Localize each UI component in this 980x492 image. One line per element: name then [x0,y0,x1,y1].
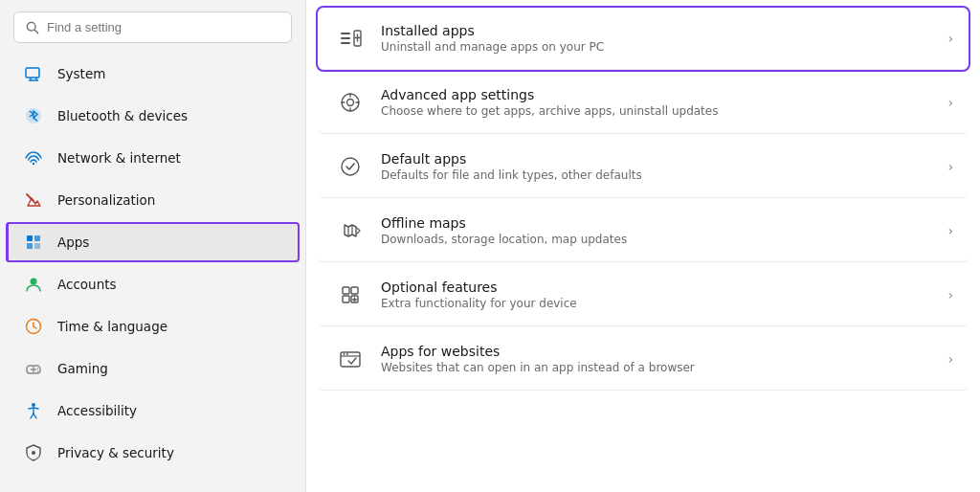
default-apps-desc: Defaults for file and link types, other … [381,168,940,182]
sidebar-item-personalization[interactable]: Personalization [6,180,300,220]
sidebar-item-label: Privacy & security [57,445,174,460]
advanced-app-text: Advanced app settings Choose where to ge… [381,87,940,118]
sidebar-item-bluetooth[interactable]: Bluetooth & devices [6,96,300,136]
svg-rect-11 [27,243,33,249]
sidebar-item-label: System [57,66,105,81]
optional-features-item[interactable]: Optional features Extra functionality fo… [318,264,969,326]
sidebar-item-accounts[interactable]: Accounts [6,264,300,304]
apps-icon [23,232,44,253]
chevron-right-icon: › [947,159,953,174]
apps-for-websites-item[interactable]: Apps for websites Websites that can open… [318,328,969,391]
search-box[interactable] [13,11,292,43]
svg-rect-25 [341,37,350,39]
svg-rect-26 [341,42,350,44]
sidebar-item-label: Accounts [57,277,117,292]
search-input[interactable] [47,20,279,34]
sidebar-item-label: Bluetooth & devices [57,108,188,123]
svg-rect-12 [34,243,40,249]
bluetooth-icon [23,105,44,126]
installed-apps-icon [333,21,368,56]
search-icon [26,21,39,34]
chevron-right-icon: › [947,223,953,238]
svg-point-46 [344,353,345,355]
system-icon [23,63,44,84]
advanced-app-desc: Choose where to get apps, archive apps, … [381,104,940,118]
default-apps-icon [333,149,368,184]
apps-for-websites-text: Apps for websites Websites that can open… [381,344,940,374]
optional-features-title: Optional features [381,280,940,295]
privacy-icon [23,442,44,463]
svg-rect-39 [343,287,349,294]
svg-point-13 [31,279,37,285]
svg-point-36 [342,158,359,175]
sidebar-item-time[interactable]: Time & language [6,306,300,347]
optional-features-text: Optional features Extra functionality fo… [381,280,940,310]
installed-apps-title: Installed apps [381,23,940,38]
main-content: Installed apps Uninstall and manage apps… [306,0,980,492]
chevron-right-icon: › [947,287,953,302]
chevron-right-icon: › [947,95,953,110]
chevron-right-icon: › [947,31,953,46]
svg-point-22 [32,403,35,407]
sidebar-item-label: Personalization [57,192,155,208]
installed-apps-desc: Uninstall and manage apps on your PC [381,40,940,54]
sidebar-item-accessibility[interactable]: Accessibility [6,391,300,431]
svg-point-23 [32,451,35,455]
accounts-icon [23,274,44,295]
sidebar-item-label: Network & internet [57,150,181,166]
svg-line-16 [33,326,36,328]
svg-rect-40 [351,287,358,294]
advanced-app-icon [333,85,368,120]
sidebar-item-privacy[interactable]: Privacy & security [6,433,300,473]
default-apps-item[interactable]: Default apps Defaults for file and link … [318,136,969,198]
apps-for-websites-desc: Websites that can open in an app instead… [381,361,940,374]
time-icon [23,316,44,337]
optional-features-desc: Extra functionality for your device [381,297,940,310]
sidebar-item-system[interactable]: System [6,54,300,94]
offline-maps-item[interactable]: Offline maps Downloads, storage location… [318,200,969,262]
offline-maps-title: Offline maps [381,215,940,231]
installed-apps-item[interactable]: Installed apps Uninstall and manage apps… [318,8,969,70]
offline-maps-text: Offline maps Downloads, storage location… [381,215,940,246]
advanced-app-title: Advanced app settings [381,87,940,102]
offline-maps-desc: Downloads, storage location, map updates [381,233,940,246]
apps-for-websites-title: Apps for websites [381,344,940,359]
sidebar-item-label: Time & language [57,319,167,334]
svg-point-7 [33,163,34,165]
svg-point-47 [346,353,348,355]
sidebar-item-apps[interactable]: Apps [6,222,300,262]
gaming-icon [23,358,44,379]
default-apps-text: Default apps Defaults for file and link … [381,151,940,182]
sidebar-item-gaming[interactable]: Gaming [6,348,300,389]
network-icon [23,147,44,168]
sidebar-item-label: Apps [57,235,89,250]
svg-point-21 [37,370,39,372]
svg-rect-24 [341,33,350,34]
svg-rect-2 [26,68,39,78]
svg-point-20 [37,368,39,369]
svg-line-1 [34,30,38,34]
accessibility-icon [23,400,44,421]
apps-for-websites-icon [333,342,368,376]
sidebar-item-label: Gaming [57,361,108,376]
chevron-right-icon: › [947,351,953,367]
sidebar: System Bluetooth & devices Network & int… [0,0,306,492]
svg-rect-41 [343,296,349,302]
sidebar-item-network[interactable]: Network & internet [6,138,300,178]
personalization-icon [23,190,44,211]
svg-rect-10 [34,235,40,241]
advanced-app-settings-item[interactable]: Advanced app settings Choose where to ge… [318,72,969,134]
offline-maps-icon [333,213,368,248]
sidebar-item-label: Accessibility [57,403,137,418]
optional-features-icon [333,278,368,312]
installed-apps-text: Installed apps Uninstall and manage apps… [381,23,940,54]
default-apps-title: Default apps [381,151,940,167]
svg-rect-9 [27,235,33,241]
svg-point-31 [347,100,354,106]
